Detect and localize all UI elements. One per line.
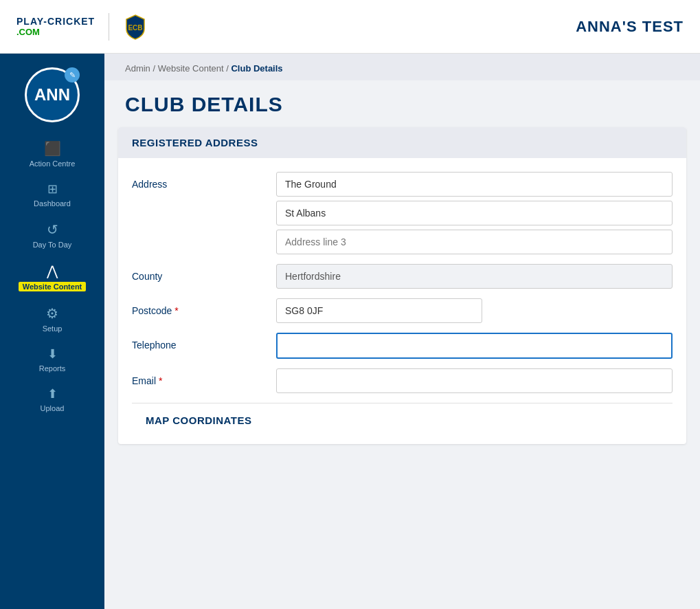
sidebar-item-website-content[interactable]: ⋀ Website Content	[0, 256, 104, 298]
email-row: Email *	[132, 368, 673, 393]
address-label: Address	[132, 172, 276, 190]
sidebar-item-upload[interactable]: ⬆ Upload	[0, 379, 104, 419]
sidebar-item-action-centre[interactable]: ⬛ Action Centre	[0, 133, 104, 175]
avatar-edit-icon[interactable]: ✎	[65, 67, 80, 82]
address-inputs	[276, 172, 673, 254]
email-inputs	[276, 368, 673, 393]
county-input[interactable]	[276, 264, 673, 289]
logo-divider	[109, 13, 109, 41]
sidebar-item-dashboard[interactable]: ⊞ Dashboard	[0, 175, 104, 214]
registered-address-section: REGISTERED ADDRESS Address County	[118, 127, 686, 444]
sidebar-label-action-centre: Action Centre	[30, 159, 76, 168]
sidebar-item-setup[interactable]: ⚙ Setup	[0, 298, 104, 340]
upload-icon: ⬆	[47, 386, 58, 401]
postcode-label: Postcode *	[132, 298, 276, 316]
sidebar-label-reports: Reports	[39, 364, 66, 373]
main-content: Admin / Website Content / Club Details C…	[104, 54, 700, 609]
sidebar-label-upload: Upload	[41, 404, 65, 412]
sidebar-label-setup: Setup	[43, 324, 63, 333]
sidebar-label-dashboard: Dashboard	[34, 199, 71, 208]
club-name: ANNA'S TEST	[576, 18, 684, 36]
sidebar-item-reports[interactable]: ⬇ Reports	[0, 340, 104, 379]
registered-address-form: Address County	[118, 158, 686, 444]
action-centre-icon: ⬛	[44, 140, 61, 157]
ecb-logo: ECB	[123, 13, 148, 41]
telephone-inputs	[276, 333, 673, 359]
svg-text:ECB: ECB	[128, 24, 143, 32]
county-inputs	[276, 264, 673, 289]
postcode-inputs	[276, 298, 673, 323]
avatar-container[interactable]: ANN ✎	[25, 67, 80, 122]
postcode-input[interactable]	[276, 298, 482, 323]
website-content-icon: ⋀	[47, 263, 58, 279]
sidebar-label-day-to-day: Day To Day	[33, 241, 72, 249]
page-header: PLAY-CRICKET .COM ECB ANNA'S TEST	[0, 0, 700, 54]
setup-icon: ⚙	[46, 305, 58, 322]
breadcrumb-admin[interactable]: Admin	[125, 63, 150, 74]
map-coordinates-header: MAP COORDINATES	[132, 403, 673, 430]
address-line3-input[interactable]	[276, 230, 673, 254]
email-label: Email *	[132, 368, 276, 386]
logo: PLAY-CRICKET .COM ECB	[16, 13, 148, 41]
sidebar-item-day-to-day[interactable]: ↺ Day To Day	[0, 214, 104, 256]
day-to-day-icon: ↺	[47, 221, 58, 238]
email-input[interactable]	[276, 368, 673, 393]
telephone-label: Telephone	[132, 333, 276, 351]
address-row: Address	[132, 172, 673, 254]
main-layout: ANN ✎ ⬛ Action Centre ⊞ Dashboard ↺ Day …	[0, 54, 700, 609]
reports-icon: ⬇	[47, 346, 58, 362]
county-label: County	[132, 264, 276, 282]
breadcrumb-current: Club Details	[231, 63, 282, 74]
postcode-row: Postcode *	[132, 298, 673, 323]
telephone-input[interactable]	[276, 333, 673, 359]
sidebar-label-website-content: Website Content	[19, 282, 87, 291]
registered-address-header: REGISTERED ADDRESS	[118, 127, 686, 158]
breadcrumb: Admin / Website Content / Club Details	[104, 54, 700, 80]
address-line1-input[interactable]	[276, 172, 673, 197]
logo-text: PLAY-CRICKET .COM	[16, 16, 95, 37]
breadcrumb-website-content[interactable]: Website Content	[158, 63, 224, 74]
dashboard-icon: ⊞	[47, 181, 58, 197]
address-line2-input[interactable]	[276, 201, 673, 225]
sidebar: ANN ✎ ⬛ Action Centre ⊞ Dashboard ↺ Day …	[0, 54, 104, 609]
page-title: CLUB DETAILS	[104, 80, 700, 127]
county-row: County	[132, 264, 673, 289]
telephone-row: Telephone	[132, 333, 673, 359]
